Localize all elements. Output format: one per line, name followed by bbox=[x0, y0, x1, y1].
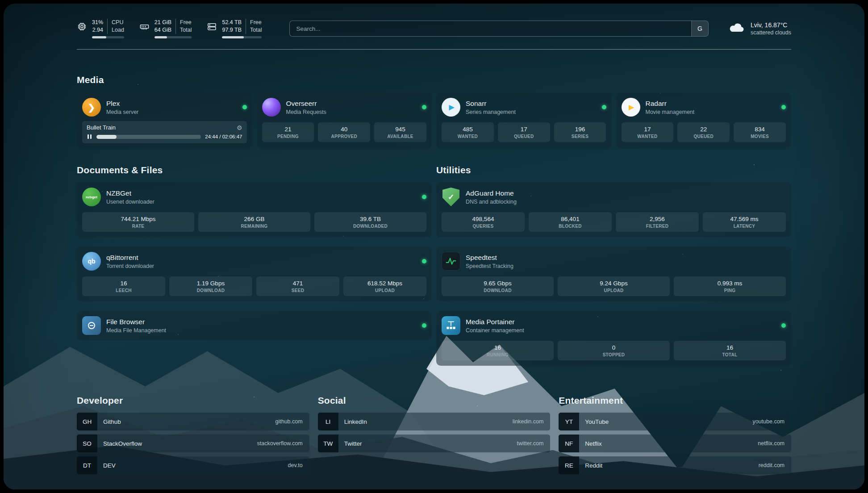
stat-latency: 47.569 ms LATENCY bbox=[703, 212, 786, 232]
weather-widget[interactable]: Lviv, 16.87°C scattered clouds bbox=[728, 21, 791, 36]
bookmark-group-entertainment: Entertainment YT YouTube youtube.com NF … bbox=[559, 395, 791, 474]
service-subtitle: DNS and adblocking bbox=[466, 199, 517, 205]
bookmark-url: stackoverflow.com bbox=[257, 440, 309, 447]
stat-pending: 21 PENDING bbox=[262, 122, 314, 142]
stat-available: 945 AVAILABLE bbox=[374, 122, 426, 142]
filebrowser-link[interactable]: File Browser Media File Management bbox=[82, 316, 426, 335]
overseerr-link[interactable]: Overseerr Media Requests bbox=[262, 98, 427, 117]
nzbget-icon: nzbget bbox=[82, 188, 101, 206]
adguard-link[interactable]: ✓ AdGuard Home DNS and adblocking bbox=[442, 188, 786, 206]
bookmark-github[interactable]: GH Github github.com bbox=[77, 413, 309, 430]
stat-stopped: 0 STOPPED bbox=[558, 341, 670, 360]
service-subtitle: Series management bbox=[466, 109, 516, 115]
disk-free-label: Free bbox=[246, 19, 262, 26]
bookmark-netflix[interactable]: NF Netflix netflix.com bbox=[559, 435, 791, 452]
bookmark-abbr: GH bbox=[77, 413, 97, 430]
stat-filtered: 2,956 FILTERED bbox=[616, 212, 699, 232]
bookmark-youtube[interactable]: YT YouTube youtube.com bbox=[559, 413, 791, 430]
service-subtitle: Media Requests bbox=[286, 109, 326, 115]
search-provider-button[interactable]: G bbox=[691, 21, 708, 36]
stat-series: 196 SERIES bbox=[554, 122, 606, 142]
portainer-link[interactable]: Media Portainer Container management bbox=[442, 316, 786, 335]
disk-icon bbox=[207, 21, 217, 32]
bookmark-abbr: TW bbox=[318, 435, 338, 452]
disk-widget: 52.4 TB Free 97.9 TB Total bbox=[207, 19, 262, 38]
cloud-icon bbox=[728, 21, 745, 36]
speedtest-icon bbox=[442, 252, 460, 271]
stat-download: 1.19 Gbps DOWNLOAD bbox=[169, 276, 252, 296]
service-name: Radarr bbox=[646, 100, 695, 108]
media-card-grid: ❯ Plex Media server Bullet Train ⚙ bbox=[77, 92, 791, 149]
stat-upload: 618.52 Mbps UPLOAD bbox=[343, 276, 426, 296]
stat-blocked: 86,401 BLOCKED bbox=[529, 212, 612, 232]
disk-free-value: 52.4 TB bbox=[222, 19, 246, 26]
bookmark-reddit[interactable]: RE Reddit reddit.com bbox=[559, 456, 791, 474]
bookmark-name: YouTube bbox=[579, 418, 609, 425]
card-adguard: ✓ AdGuard Home DNS and adblocking 498,56… bbox=[436, 182, 791, 237]
card-sonarr: ▶ Sonarr Series management 485 WANTED 17… bbox=[436, 92, 612, 149]
disk-total-label: Total bbox=[246, 26, 262, 34]
disk-progress-bar bbox=[222, 36, 262, 38]
bookmark-name: Netflix bbox=[579, 440, 602, 447]
stat-queued: 22 QUEUED bbox=[677, 122, 730, 142]
section-title-media: Media bbox=[77, 75, 791, 85]
bookmark-abbr: RE bbox=[559, 456, 579, 474]
service-name: qBittorrent bbox=[106, 254, 154, 262]
top-bar: 31% CPU 2.94 Load 21 GiB Free 64 bbox=[77, 19, 791, 38]
status-dot bbox=[422, 323, 426, 328]
playback-time: 24:44 / 02:06:47 bbox=[205, 134, 242, 139]
stat-movies: 834 MOVIES bbox=[734, 122, 786, 142]
weather-condition: scattered clouds bbox=[751, 29, 791, 36]
bookmark-twitter[interactable]: TW Twitter twitter.com bbox=[318, 435, 551, 452]
speedtest-link[interactable]: Speedtest Speedtest Tracking bbox=[442, 252, 786, 271]
cpu-load-label: Load bbox=[107, 26, 124, 34]
pause-button[interactable] bbox=[87, 134, 92, 139]
bookmark-url: github.com bbox=[275, 418, 309, 425]
bookmark-linkedin[interactable]: LI LinkedIn linkedin.com bbox=[318, 413, 551, 430]
playback-progress-bar[interactable] bbox=[96, 135, 201, 139]
service-name: Speedtest bbox=[466, 254, 513, 262]
service-name: NZBGet bbox=[106, 189, 154, 197]
bookmark-name: LinkedIn bbox=[338, 418, 367, 425]
weather-location: Lviv, 16.87°C bbox=[751, 21, 791, 29]
bookmark-abbr: LI bbox=[318, 413, 338, 430]
qbittorrent-link[interactable]: qb qBittorrent Torrent downloader bbox=[82, 252, 426, 271]
sonarr-link[interactable]: ▶ Sonarr Series management bbox=[442, 98, 606, 117]
service-name: Sonarr bbox=[466, 100, 516, 108]
bookmark-abbr: NF bbox=[559, 435, 579, 452]
bookmark-stackoverflow[interactable]: SO StackOverflow stackoverflow.com bbox=[77, 435, 309, 452]
bookmark-url: youtube.com bbox=[752, 418, 791, 425]
section-title-entertainment: Entertainment bbox=[559, 395, 791, 406]
radarr-link[interactable]: ▶ Radarr Movie management bbox=[622, 98, 786, 117]
stat-download: 9.65 Gbps DOWNLOAD bbox=[442, 276, 554, 296]
section-title-social: Social bbox=[318, 395, 551, 406]
bookmark-url: twitter.com bbox=[517, 440, 551, 447]
service-subtitle: Movie management bbox=[646, 109, 695, 115]
status-dot bbox=[242, 105, 247, 109]
plex-icon: ❯ bbox=[82, 98, 101, 117]
stat-running: 16 RUNNING bbox=[442, 341, 554, 360]
nzbget-link[interactable]: nzbget NZBGet Usenet downloader bbox=[82, 188, 426, 206]
plex-link[interactable]: ❯ Plex Media server bbox=[82, 98, 247, 117]
status-dot bbox=[781, 323, 786, 328]
section-title-utilities: Utilities bbox=[436, 165, 791, 175]
bookmark-name: Reddit bbox=[579, 462, 602, 469]
status-dot bbox=[781, 105, 786, 109]
radarr-icon: ▶ bbox=[622, 98, 640, 117]
now-playing-title: Bullet Train bbox=[87, 124, 116, 131]
ram-free-label: Free bbox=[175, 19, 192, 26]
disk-total-value: 97.9 TB bbox=[222, 26, 246, 34]
bookmark-name: Twitter bbox=[338, 440, 362, 447]
card-overseerr: Overseerr Media Requests 21 PENDING 40 A… bbox=[257, 92, 432, 149]
utilities-column: ✓ AdGuard Home DNS and adblocking 498,56… bbox=[436, 182, 791, 366]
service-name: File Browser bbox=[106, 318, 166, 326]
header-divider bbox=[77, 49, 791, 50]
stat-queries: 498,564 QUERIES bbox=[442, 212, 525, 232]
section-title-documents: Documents & Files bbox=[77, 165, 432, 175]
bookmark-dev[interactable]: DT DEV dev.to bbox=[77, 456, 309, 474]
card-nzbget: nzbget NZBGet Usenet downloader 744.21 M… bbox=[77, 182, 432, 237]
settings-gear-icon[interactable]: ⚙ bbox=[237, 125, 242, 131]
search-input[interactable] bbox=[290, 21, 691, 36]
status-dot bbox=[422, 195, 426, 199]
bookmark-abbr: DT bbox=[77, 456, 97, 474]
